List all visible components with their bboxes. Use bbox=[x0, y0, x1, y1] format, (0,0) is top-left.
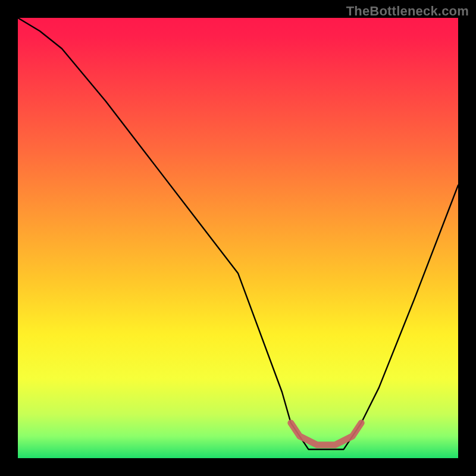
watermark-text: TheBottleneck.com bbox=[346, 4, 469, 19]
chart-container: TheBottleneck.com bbox=[0, 0, 476, 476]
plot-background bbox=[18, 18, 458, 458]
bottleneck-chart bbox=[0, 0, 476, 476]
